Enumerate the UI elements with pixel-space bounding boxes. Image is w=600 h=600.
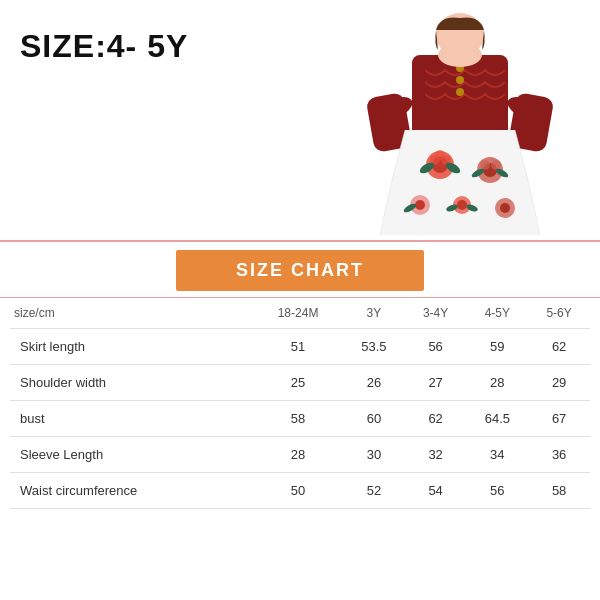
svg-point-18 — [491, 160, 501, 170]
row-value: 28 — [253, 437, 343, 473]
row-label: Shoulder width — [10, 365, 253, 401]
svg-point-22 — [415, 200, 425, 210]
table-row: Shoulder width2526272829 — [10, 365, 590, 401]
table-row: Skirt length5153.5565962 — [10, 329, 590, 365]
row-label: Waist circumference — [10, 473, 253, 509]
row-value: 34 — [466, 437, 528, 473]
row-label: Skirt length — [10, 329, 253, 365]
row-value: 32 — [405, 437, 467, 473]
row-value: 25 — [253, 365, 343, 401]
row-value: 36 — [528, 437, 590, 473]
row-value: 58 — [528, 473, 590, 509]
row-value: 50 — [253, 473, 343, 509]
row-value: 27 — [405, 365, 467, 401]
size-table: size/cm18-24M3Y3-4Y4-5Y5-6YSkirt length5… — [10, 298, 590, 509]
table-row: Sleeve Length2830323436 — [10, 437, 590, 473]
table-row: bust58606264.567 — [10, 401, 590, 437]
row-label: bust — [10, 401, 253, 437]
table-row: Waist circumference5052545658 — [10, 473, 590, 509]
main-container: SIZE:4- 5Y — [0, 0, 600, 600]
size-chart-area: SIZE CHART — [0, 240, 600, 298]
row-value: 54 — [405, 473, 467, 509]
dress-illustration — [350, 10, 570, 240]
row-label: Sleeve Length — [10, 437, 253, 473]
svg-point-6 — [456, 76, 464, 84]
row-value: 64.5 — [466, 401, 528, 437]
table-header-5-6Y: 5-6Y — [528, 298, 590, 329]
row-value: 58 — [253, 401, 343, 437]
row-value: 30 — [343, 437, 405, 473]
svg-point-7 — [456, 88, 464, 96]
table-header-3Y: 3Y — [343, 298, 405, 329]
row-value: 60 — [343, 401, 405, 437]
row-value: 26 — [343, 365, 405, 401]
row-value: 51 — [253, 329, 343, 365]
row-value: 52 — [343, 473, 405, 509]
row-value: 62 — [528, 329, 590, 365]
svg-point-27 — [457, 200, 467, 210]
size-title: SIZE:4- 5Y — [20, 28, 188, 65]
svg-point-25 — [500, 203, 510, 213]
table-header-row: size/cm18-24M3Y3-4Y4-5Y5-6Y — [10, 298, 590, 329]
table-header-3-4Y: 3-4Y — [405, 298, 467, 329]
row-value: 29 — [528, 365, 590, 401]
row-value: 28 — [466, 365, 528, 401]
table-header-18-24M: 18-24M — [253, 298, 343, 329]
row-value: 53.5 — [343, 329, 405, 365]
row-value: 56 — [466, 473, 528, 509]
row-value: 67 — [528, 401, 590, 437]
table-section: size/cm18-24M3Y3-4Y4-5Y5-6YSkirt length5… — [0, 298, 600, 509]
row-value: 56 — [405, 329, 467, 365]
svg-point-17 — [480, 160, 490, 170]
row-value: 59 — [466, 329, 528, 365]
table-col-label: size/cm — [10, 298, 253, 329]
size-chart-button[interactable]: SIZE CHART — [176, 250, 424, 291]
table-header-4-5Y: 4-5Y — [466, 298, 528, 329]
row-value: 62 — [405, 401, 467, 437]
top-section: SIZE:4- 5Y — [0, 0, 600, 240]
svg-point-12 — [435, 150, 445, 160]
